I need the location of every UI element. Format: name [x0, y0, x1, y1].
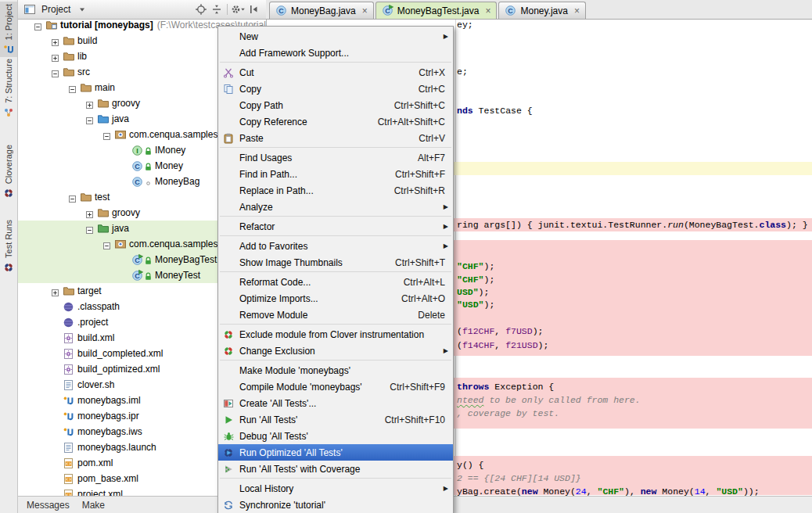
lock-icon	[145, 163, 152, 171]
structure-icon	[3, 107, 14, 118]
close-icon[interactable]: ×	[485, 7, 490, 15]
submenu-arrow-icon: ▶	[444, 203, 448, 210]
tab-label: Money.java	[520, 5, 567, 16]
menu-item-local-history[interactable]: Local History▶	[218, 480, 453, 497]
settings-icon[interactable]	[230, 2, 246, 16]
menu-item-debug-all-tests[interactable]: Debug 'All Tests'	[218, 428, 453, 444]
menu-item-reformat-code[interactable]: Reformat Code...Ctrl+Alt+L	[218, 274, 453, 290]
test-class-icon: C	[131, 269, 144, 282]
menu-item-icon-empty	[222, 310, 235, 321]
locate-icon[interactable]	[193, 2, 209, 16]
tool-button-test-runs[interactable]: Test Runs	[0, 217, 17, 275]
tab-moneybagtest-java[interactable]: CMoneyBagTest.java×	[375, 2, 498, 19]
expand-toggle-icon[interactable]	[52, 38, 59, 45]
separator	[227, 4, 228, 15]
menu-item-replace-in-path[interactable]: Replace in Path...Ctrl+Shift+R	[218, 182, 453, 199]
menu-item-label: Run 'All Tests' with Coverage	[239, 464, 360, 475]
menu-item-change-exclusion[interactable]: Change Exclusion▶	[218, 343, 453, 359]
menu-item-copy-reference[interactable]: Copy ReferenceCtrl+Alt+Shift+C	[218, 113, 453, 130]
close-icon[interactable]: ×	[574, 7, 580, 15]
tool-button-7-structure[interactable]: 7: Structure	[0, 56, 17, 120]
collapse-toggle-icon[interactable]	[34, 22, 41, 29]
idea-tool-icon	[3, 44, 14, 55]
idea-file-icon	[63, 410, 75, 422]
menu-item-synchronize-tutorial[interactable]: Synchronize 'tutorial'	[218, 497, 453, 513]
menu-item-show-image-thumbnails[interactable]: Show Image ThumbnailsCtrl+Shift+T	[218, 254, 453, 271]
hide-icon[interactable]	[246, 2, 261, 16]
chevron-down-icon[interactable]	[74, 2, 90, 16]
menu-item-shortcut: Ctrl+Shift+R	[394, 185, 445, 196]
menu-item-find-in-path[interactable]: Find in Path...Ctrl+Shift+F	[218, 166, 453, 182]
clover-icon	[222, 329, 235, 340]
menu-item-run-optimized-all-tests[interactable]: Run Optimized 'All Tests'	[218, 444, 453, 461]
tab-money-java[interactable]: CMoney.java×	[498, 2, 586, 19]
tree-item-label: Money	[155, 160, 183, 171]
collapse-all-icon[interactable]	[209, 2, 225, 16]
menu-item-new[interactable]: New▶	[218, 28, 453, 45]
collapse-toggle-icon[interactable]	[103, 131, 110, 138]
menu-item-add-to-favorites[interactable]: Add to Favorites▶	[218, 238, 453, 254]
menu-item-icon-empty	[222, 48, 235, 59]
menu-item-paste[interactable]: PasteCtrl+V	[218, 130, 453, 146]
collapse-toggle-icon[interactable]	[86, 225, 93, 232]
menu-item-cut[interactable]: CutCtrl+X	[218, 64, 453, 81]
collapse-toggle-icon[interactable]	[103, 241, 110, 248]
expand-toggle-icon[interactable]	[86, 210, 93, 217]
menu-item-label: Change Exclusion	[239, 346, 315, 357]
menu-item-make-module-moneybags[interactable]: Make Module 'moneybags'	[218, 362, 453, 378]
code-line: (f14CHF, f21USD);	[457, 339, 548, 351]
expand-toggle-icon[interactable]	[86, 100, 93, 107]
menu-item-shortcut: Ctrl+X	[419, 67, 445, 78]
collapse-toggle-icon[interactable]	[52, 69, 59, 76]
code-line: , coverage by test.	[457, 407, 559, 419]
expand-toggle-icon[interactable]	[52, 53, 59, 60]
tree-item-label: groovy	[112, 98, 140, 109]
menu-item-remove-module[interactable]: Remove ModuleDelete	[218, 307, 453, 323]
panel-header-actions	[193, 2, 261, 16]
tab-moneybag-java[interactable]: CMoneyBag.java×	[269, 2, 374, 19]
menu-item-label: Analyze	[239, 202, 273, 213]
menu-item-shortcut: Ctrl+Shift+F10	[385, 414, 445, 425]
menu-item-find-usages[interactable]: Find UsagesAlt+F7	[218, 149, 453, 166]
menu-item-exclude-module-from-clover-instrumentation[interactable]: Exclude module from Clover instrumentati…	[218, 326, 453, 343]
tool-button-1-project[interactable]: 1: Project	[0, 2, 17, 57]
statusbar-tab-messages[interactable]: Messages	[20, 498, 76, 512]
statusbar-tab-make[interactable]: Make	[76, 498, 111, 512]
tree-item-label: target	[77, 285, 102, 296]
submenu-arrow-icon: ▶	[444, 33, 448, 40]
menu-item-shortcut: Ctrl+Shift+T	[395, 257, 445, 268]
menu-item-run-all-tests-with-coverage[interactable]: Run 'All Tests' with Coverage	[218, 461, 453, 477]
panel-title[interactable]: Project	[41, 4, 70, 15]
menu-item-label: Synchronize 'tutorial'	[239, 500, 325, 511]
run-icon	[222, 414, 235, 425]
menu-item-analyze[interactable]: Analyze▶	[218, 199, 453, 215]
menu-item-compile-module-moneybags[interactable]: Compile Module 'moneybags'Ctrl+Shift+F9	[218, 378, 453, 395]
submenu-arrow-icon: ▶	[444, 223, 448, 230]
menu-item-refactor[interactable]: Refactor▶	[218, 218, 453, 235]
close-icon[interactable]: ×	[362, 7, 368, 15]
coverage-icon	[222, 464, 235, 475]
menu-item-icon-empty	[222, 117, 235, 127]
menu-item-add-framework-support[interactable]: Add Framework Support...	[218, 45, 453, 61]
menu-item-run-all-tests[interactable]: Run 'All Tests'Ctrl+Shift+F10	[218, 411, 453, 428]
menu-item-icon-empty	[222, 185, 235, 196]
project-folder-icon	[45, 20, 58, 31]
menu-item-copy-path[interactable]: Copy PathCtrl+Shift+C	[218, 97, 453, 113]
visibility-dot-icon	[145, 178, 152, 187]
menu-item-label: Copy	[239, 84, 261, 95]
context-menu: New▶Add Framework Support...CutCtrl+XCop…	[217, 26, 454, 513]
tree-item-label: .project	[77, 317, 108, 328]
collapse-toggle-icon[interactable]	[69, 194, 76, 201]
menu-item-create-all-tests[interactable]: Create 'All Tests'...	[218, 395, 453, 411]
collapse-toggle-icon[interactable]	[86, 116, 93, 123]
lock-icon	[145, 272, 152, 281]
tool-button-cloverage[interactable]: Cloverage	[0, 142, 17, 201]
menu-item-icon-empty	[222, 257, 235, 268]
paste-icon	[222, 133, 235, 144]
menu-item-shortcut: Ctrl+Alt+Shift+C	[378, 117, 445, 127]
expand-toggle-icon[interactable]	[52, 288, 59, 295]
tree-item-label: moneybags.ipr	[77, 411, 139, 422]
menu-item-copy[interactable]: CopyCtrl+C	[218, 81, 453, 97]
collapse-toggle-icon[interactable]	[69, 84, 76, 91]
menu-item-optimize-imports[interactable]: Optimize Imports...Ctrl+Alt+O	[218, 290, 453, 307]
